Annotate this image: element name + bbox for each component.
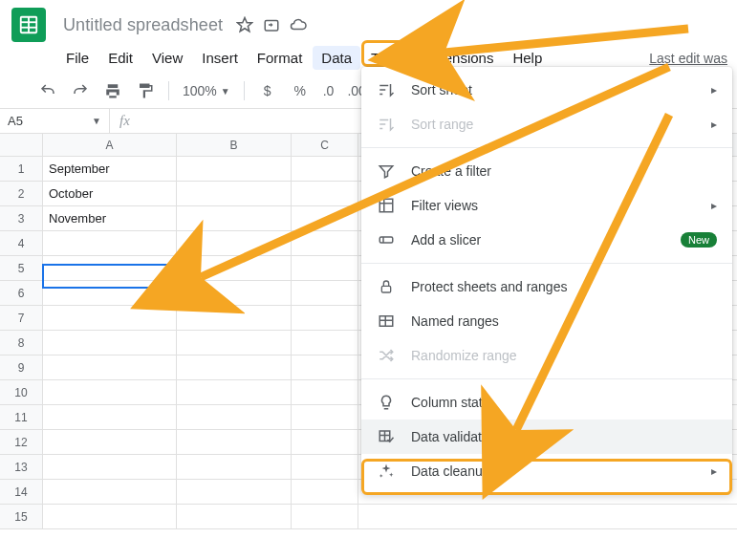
cell[interactable]	[177, 405, 292, 429]
row-header[interactable]: 12	[0, 430, 42, 455]
cell[interactable]	[177, 480, 292, 504]
new-badge: New	[681, 232, 717, 248]
document-title[interactable]: Untitled spreadsheet	[57, 13, 228, 37]
cell[interactable]	[292, 505, 358, 528]
row-header[interactable]: 5	[0, 256, 42, 281]
cell[interactable]	[177, 505, 292, 528]
cell[interactable]	[177, 306, 292, 330]
menu-insert[interactable]: Insert	[193, 46, 247, 70]
svg-rect-6	[379, 199, 393, 212]
row-header[interactable]: 2	[0, 182, 42, 206]
cell[interactable]	[292, 430, 358, 454]
menu-data[interactable]: Data	[313, 46, 360, 70]
cell[interactable]	[292, 281, 358, 305]
cell[interactable]: November	[43, 206, 177, 230]
cell[interactable]	[177, 455, 292, 479]
cell[interactable]	[43, 331, 177, 355]
percent-format-button[interactable]: %	[291, 81, 310, 100]
row-header[interactable]: 9	[0, 355, 42, 380]
cell[interactable]	[177, 231, 292, 255]
cell[interactable]	[43, 480, 177, 504]
cell[interactable]	[43, 455, 177, 479]
cell[interactable]	[43, 231, 177, 255]
cell-selection-handle[interactable]	[173, 286, 180, 292]
menu-item-column-stats[interactable]: Column stats	[361, 385, 732, 420]
star-icon[interactable]	[236, 16, 253, 33]
menu-item-data-validation[interactable]: Data validation	[361, 420, 732, 454]
cell[interactable]	[292, 231, 358, 255]
name-box-value: A5	[8, 114, 23, 128]
cell[interactable]	[292, 480, 358, 504]
row-header[interactable]: 6	[0, 281, 42, 306]
cell[interactable]	[43, 505, 177, 528]
row-header[interactable]: 1	[0, 157, 42, 182]
name-box[interactable]: A5 ▼	[0, 109, 110, 133]
menu-view[interactable]: View	[143, 46, 191, 70]
last-edit-link[interactable]: Last edit was	[649, 51, 733, 66]
currency-format-button[interactable]: $	[258, 81, 277, 100]
cell[interactable]	[177, 256, 292, 280]
cell[interactable]	[177, 430, 292, 454]
cell[interactable]	[43, 380, 177, 404]
col-header[interactable]: B	[177, 134, 292, 156]
cell[interactable]	[292, 405, 358, 429]
select-all-corner[interactable]	[0, 134, 42, 157]
print-icon[interactable]	[103, 81, 122, 100]
cell[interactable]	[43, 430, 177, 454]
cell[interactable]	[43, 256, 177, 280]
menu-item-filter-views[interactable]: Filter views ▸	[361, 188, 732, 223]
row-header[interactable]: 15	[0, 505, 42, 529]
menu-item-add-slicer[interactable]: Add a slicer New	[361, 223, 732, 257]
row-header[interactable]: 3	[0, 206, 42, 231]
col-header[interactable]: A	[43, 134, 177, 156]
menu-edit[interactable]: Edit	[99, 46, 141, 70]
sheets-logo[interactable]	[11, 8, 46, 42]
menu-item-named-ranges[interactable]: Named ranges	[361, 304, 732, 338]
decrease-decimal-button[interactable]: .0	[323, 81, 335, 100]
menu-item-sort-sheet[interactable]: Sort sheet ▸	[361, 73, 732, 107]
row-header[interactable]: 14	[0, 480, 42, 505]
paint-format-icon[interactable]	[136, 81, 155, 100]
row-header[interactable]: 11	[0, 405, 42, 430]
cell[interactable]	[177, 281, 292, 305]
cell[interactable]: September	[43, 157, 177, 181]
filter-views-icon	[377, 196, 396, 215]
row-header[interactable]: 13	[0, 455, 42, 480]
row-header[interactable]: 4	[0, 231, 42, 256]
cell[interactable]	[43, 405, 177, 429]
cell[interactable]	[292, 455, 358, 479]
col-header[interactable]: C	[292, 134, 358, 156]
cell[interactable]	[177, 380, 292, 404]
menu-item-create-filter[interactable]: Create a filter	[361, 154, 732, 188]
cell[interactable]	[177, 206, 292, 230]
cell[interactable]	[177, 182, 292, 205]
row-header[interactable]: 8	[0, 331, 42, 355]
cell[interactable]	[177, 331, 292, 355]
cell[interactable]	[177, 355, 292, 379]
menu-file[interactable]: File	[57, 46, 98, 70]
row-header[interactable]: 10	[0, 380, 42, 405]
cell[interactable]	[292, 380, 358, 404]
cell[interactable]	[43, 355, 177, 379]
menu-format[interactable]: Format	[249, 46, 312, 70]
redo-icon[interactable]	[71, 81, 90, 100]
menu-item-protect-sheets[interactable]: Protect sheets and ranges	[361, 269, 732, 304]
cell[interactable]	[292, 331, 358, 355]
menu-item-data-cleanup[interactable]: Data cleanup ▸	[361, 454, 732, 488]
cell[interactable]	[292, 355, 358, 379]
menu-item-label: Data validation	[411, 429, 717, 444]
cell[interactable]	[292, 182, 358, 205]
undo-icon[interactable]	[38, 81, 57, 100]
row-header[interactable]: 7	[0, 306, 42, 331]
cell[interactable]	[292, 306, 358, 330]
cell[interactable]	[292, 157, 358, 181]
zoom-select[interactable]: 100%▼	[183, 83, 230, 98]
cell[interactable]: October	[43, 182, 177, 205]
cell[interactable]	[43, 281, 177, 305]
cell[interactable]	[43, 306, 177, 330]
cloud-icon[interactable]	[290, 16, 307, 33]
move-icon[interactable]	[263, 16, 280, 33]
cell[interactable]	[177, 157, 292, 181]
cell[interactable]	[292, 256, 358, 280]
cell[interactable]	[292, 206, 358, 230]
